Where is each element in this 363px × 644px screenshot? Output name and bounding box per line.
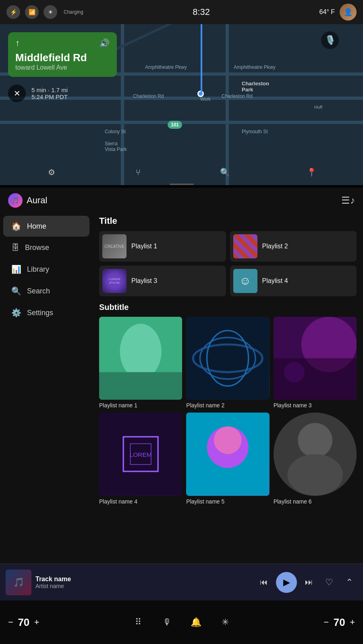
subtitle-item-4[interactable]: LOREM Playlist name 4 [99,413,182,504]
artist-name: Artist name [35,583,252,589]
player-thumbnail: 🎵 [6,570,31,595]
subtitle-6-label: Playlist name 6 [274,498,357,505]
library-icon: 📊 [11,264,21,274]
nav-card: ↑ 🔊 Middlefield Rd toward Lowell Ave [8,32,117,77]
player-info: Track name Artist name [35,576,252,589]
grid-button[interactable]: ⠿ [129,613,147,631]
subtitle-3-image [274,317,357,400]
work-label: Work [200,97,210,101]
like-button[interactable]: ♡ [321,574,337,590]
music-app: 🎵 Aural ☰♪ 🏠 Home 🗄 Browse 📊 Library 🔍 S… [0,188,363,564]
subtitle-2-image [186,317,269,400]
sidebar-home-label: Home [27,222,46,231]
fan-button[interactable]: ✳ [216,613,234,631]
road-label-3: Charleston Rd [133,93,164,99]
browse-icon: 🗄 [11,243,19,252]
vol-left-minus[interactable]: − [8,617,13,627]
subtitle-5-label: Playlist name 5 [186,498,269,505]
subtitle-5-thumb [186,413,269,495]
bluetooth-icon: ⚡ [6,5,20,19]
avatar[interactable]: 👤 [340,4,357,21]
bottom-bar: − 70 + ⠿ 🎙 🔔 ✳ − 70 + [0,601,363,644]
road-v2 [226,24,229,185]
subtitle-4-image: LOREM [99,413,182,495]
temperature: 64° F [319,8,335,16]
vol-left-plus[interactable]: + [34,617,39,627]
sidebar-item-home[interactable]: 🏠 Home [3,216,89,237]
settings-map-button[interactable]: ⚙ [43,163,60,181]
playlist-3-thumb: LOREMIPSUM [102,269,127,293]
queue-button[interactable]: ☰♪ [341,195,355,206]
sidebar: 🏠 Home 🗄 Browse 📊 Library 🔍 Search ⚙️ Se… [0,212,93,564]
subtitle-3-thumb [274,317,357,400]
home-icon: 🏠 [11,221,21,231]
subtitle-item-5[interactable]: Playlist name 5 [186,413,269,504]
next-button[interactable]: ⏭ [301,574,317,590]
settings-icon: ⚙️ [11,308,21,318]
subtitle-item-1[interactable]: Playlist name 1 [99,317,182,409]
road-label-5: Colony St [105,129,126,134]
svg-text:LOREM: LOREM [130,451,152,458]
subtitle-2-thumb: ABSTRACTDESIGN [186,317,269,400]
subtitle-1-thumb [99,317,182,400]
search-map-button[interactable]: 🔍 [216,163,234,181]
vol-right-plus[interactable]: + [350,617,355,627]
player-controls: ⏮ ▶ ⏭ ♡ ⌃ [256,572,357,593]
sidebar-item-browse[interactable]: 🗄 Browse [3,237,89,258]
bottom-icons: ⠿ 🎙 🔔 ✳ [129,613,234,631]
volume-left-control: − 70 + [8,616,39,629]
sierra-label: SierraVista Park [105,141,127,152]
expand-button[interactable]: ⌃ [341,574,357,590]
route-options-button[interactable]: ⑂ [129,163,147,181]
drag-handle[interactable] [170,184,194,185]
vol-right-minus[interactable]: − [324,617,329,627]
location-pin-button[interactable]: 📍 [303,163,320,181]
subtitle-2-label: Playlist name 2 [186,402,269,409]
playlist-item-4[interactable]: ☺ Playlist 4 [230,266,357,296]
nav-close-button[interactable]: ✕ [8,85,26,102]
playlist-1-thumb: CREATIVE [102,234,127,258]
search-icon: 🔍 [11,286,21,296]
road-label-2: Amphitheatre Pkwy [234,64,275,70]
sidebar-settings-label: Settings [27,309,53,317]
playlist-2-thumb [233,234,257,258]
subtitle-4-thumb: LOREM [99,413,182,495]
volume-right-control: − 70 + [324,616,355,629]
subtitle-4-label: Playlist name 4 [99,498,182,505]
svg-point-1 [120,324,162,379]
playlist-item-2[interactable]: Playlist 2 [230,231,357,262]
subtitle-3-label: Playlist name 3 [274,402,357,409]
vol-right-value: 70 [332,616,346,629]
road-v1 [121,24,124,185]
subtitle-item-2[interactable]: ABSTRACTDESIGN Playlist name 2 [186,317,269,409]
playlist-grid: CREATIVE Playlist 1 Playlist 2 LOREMIPSU… [99,231,357,296]
mic-button[interactable]: 🎙️ [321,31,339,49]
highway-badge: 101 [168,121,182,129]
sidebar-item-search[interactable]: 🔍 Search [3,281,89,301]
player-bar: 🎵 Track name Artist name ⏮ ▶ ⏭ ♡ ⌃ [0,564,363,601]
subtitle-6-thumb [274,413,357,495]
subtitle-1-label: Playlist name 1 [99,402,182,409]
mic-bottom-button[interactable]: 🎙 [158,613,176,631]
svg-rect-3 [186,317,269,400]
sidebar-item-settings[interactable]: ⚙️ Settings [3,302,89,323]
subtitle-item-3[interactable]: Playlist name 3 [274,317,357,409]
playlist-item-3[interactable]: LOREMIPSUM Playlist 3 [99,266,226,296]
signal-icon: 📶 [25,5,39,19]
map-area: Amphitheatre Pkwy Amphitheatre Pkwy Char… [0,24,363,185]
park-label: CharlestonPark [242,80,269,93]
status-right: 64° F 👤 [319,4,357,21]
bell-button[interactable]: 🔔 [187,613,205,631]
subtitle-item-6[interactable]: Playlist name 6 [274,413,357,504]
clock: 8:32 [83,7,319,17]
playlist-item-1[interactable]: CREATIVE Playlist 1 [99,231,226,262]
sidebar-library-label: Library [27,265,49,274]
svg-rect-9 [274,358,357,400]
section-title: Title [99,216,357,226]
vol-left-value: 70 [17,616,31,629]
play-button[interactable]: ▶ [276,572,297,593]
huff-label: Huff [314,105,322,109]
sidebar-item-library[interactable]: 📊 Library [3,259,89,280]
previous-button[interactable]: ⏮ [256,574,272,590]
svg-rect-2 [99,372,182,400]
